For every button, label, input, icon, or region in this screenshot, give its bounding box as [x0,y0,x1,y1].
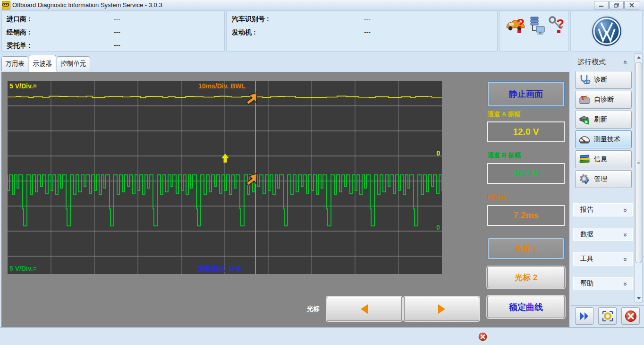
close-button[interactable] [624,1,639,9]
vin-label: 汽车识别号 : [232,15,269,24]
chevron-down-icon: » [622,282,630,285]
cursor-1-button[interactable]: 光标 1 [487,238,565,259]
stethoscope-icon [578,74,591,86]
channel-b-amplitude-label: 通道 B 振幅 [487,151,521,160]
header-importer-box: 进口商 : --- 经销商 : --- 委托单 : --- [1,11,225,52]
scrollbar-thumb[interactable] [635,62,642,263]
scroll-down-button[interactable] [635,294,643,302]
channel-b-zero-label: 0 [426,224,440,231]
cursor-left-button[interactable] [327,297,402,321]
restore-button[interactable] [609,1,624,9]
channel-a-zero-label: 0 [426,149,440,157]
cursor-right-button[interactable] [404,297,479,321]
window-titlebar: Offboard Diagnostic Information System S… [0,0,644,10]
svg-text:?: ? [517,16,525,31]
cursor-nav-label: 光标 [307,305,320,313]
gauge-icon [578,133,591,146]
importer-label: 进口商 : [7,15,31,24]
cursor-2-button[interactable]: 光标 2 [487,267,565,288]
sidebar-item-self-diagnosis[interactable]: 自诊断 [575,91,632,109]
header-vehicle-box: 汽车识别号 : --- 发动机 : --- [226,11,498,52]
time-value-label: 时间值 [487,193,507,202]
gear-icon [578,173,591,185]
status-error-icon[interactable] [478,332,487,343]
channel-b-amplitude-value: 10.7 V [487,163,565,184]
freeze-frame-button[interactable]: 静止画面 [487,81,565,107]
tab-multimeter[interactable]: 万用表 [1,56,28,71]
measure-mode-label: 测量模式: 自动 [198,265,242,273]
network-connection-icon[interactable] [528,16,546,37]
double-chevron-right-icon [579,311,590,321]
chevron-down-icon: » [622,233,630,236]
expand-panel-button[interactable] [575,307,593,325]
importer-value: --- [114,15,120,23]
selection-frame-icon [602,310,614,322]
sidebar-section-data[interactable]: 数据 » [573,228,633,241]
scroll-up-button[interactable] [635,53,643,61]
sidebar-section-tools[interactable]: 工具 » [573,252,633,266]
sidebar-item-flash[interactable]: 刷新 [575,111,632,129]
books-icon [578,153,591,165]
collapse-up-icon[interactable]: « [622,60,630,64]
time-value: 7.2ms [487,205,565,226]
app-icon [2,1,10,9]
toolbox-icon [578,94,591,106]
sidebar-section-help[interactable]: 帮助 » [573,277,633,290]
tab-control-unit[interactable]: 控制单元 [57,56,90,71]
focus-selection-button[interactable] [598,307,617,325]
close-circle-icon [625,310,637,322]
order-label: 委托单 : [7,42,31,50]
nominal-curve-button[interactable]: 额定曲线 [487,296,565,318]
svg-text:?: ? [556,17,564,31]
channel-a-amplitude-label: 通道 A 振幅 [487,110,521,119]
exit-button[interactable] [621,307,640,325]
dealer-value: --- [114,28,120,36]
engine-value: --- [364,28,371,36]
tab-oscilloscope[interactable]: 示波器 [29,55,56,72]
sidebar-item-information[interactable]: 信息 [575,150,632,168]
vin-value: --- [364,15,371,23]
engine-label: 发动机 : [232,28,256,37]
vehicle-help-icon[interactable]: ? [505,15,526,37]
scope-display[interactable] [8,81,442,274]
window-title: Offboard Diagnostic Information System S… [12,1,162,9]
channel-b-scale-label: 5 V/Div.= [9,265,37,272]
chevron-down-icon: » [622,208,630,211]
minimize-button[interactable] [594,1,609,9]
vw-logo [590,15,623,48]
channel-a-amplitude-value: 12.0 V [487,121,565,142]
key-help-icon[interactable]: ? [548,15,568,37]
status-bar [0,327,644,345]
chevron-down-icon: » [622,257,630,260]
sidebar-item-diagnosis[interactable]: 诊断 [575,71,632,89]
channel-a-scale-label: 5 V/Div.= [9,82,37,90]
sidebar-item-measurement[interactable]: 测量技术 [575,130,632,148]
flash-device-icon [578,113,591,126]
left-arrow-icon [361,304,368,314]
timebase-label: 10ms/Div. BWL [198,82,246,90]
sidebar-divider [571,305,644,306]
sidebar-section-report[interactable]: 报告 » [573,203,633,216]
sidebar-item-admin[interactable]: 管理 [575,170,632,188]
header-toolbar-box: ? ? [499,11,569,52]
right-arrow-icon [438,304,445,314]
dealer-label: 经销商 : [7,28,31,37]
brand-box [570,11,643,52]
operating-modes-title: 运行模式 [577,58,606,67]
order-value: --- [114,42,120,49]
